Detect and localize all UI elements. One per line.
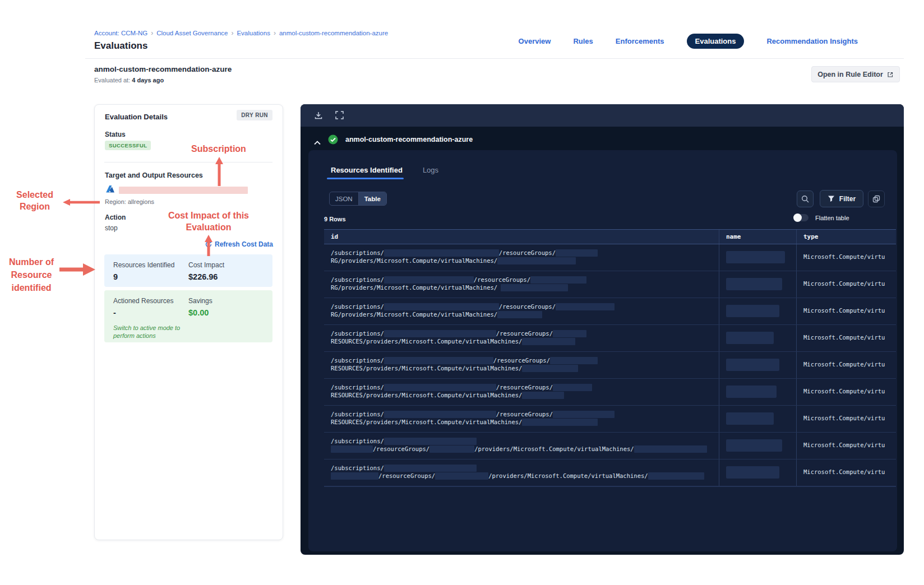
table-row[interactable]: /subscriptions//resourceGroups/RG/provid… — [324, 271, 896, 298]
table-row[interactable]: /subscriptions//resourceGroups//provider… — [324, 459, 896, 486]
refresh-cost-data-label: Refresh Cost Data — [215, 240, 273, 248]
cell-type: Microsoft.Compute/virtu — [797, 352, 896, 378]
card-divider — [104, 162, 272, 162]
id-text: /resourceGroups/ — [499, 303, 556, 310]
cell-type: Microsoft.Compute/virtu — [797, 271, 896, 298]
tab-resources-identified[interactable]: Resources Identified — [331, 166, 403, 174]
view-toggle-json[interactable]: JSON — [330, 192, 359, 205]
open-rule-editor-button[interactable]: Open in Rule Editor — [811, 66, 900, 82]
cell-id: /subscriptions//resourceGroups//provider… — [324, 459, 719, 486]
azure-icon — [105, 187, 116, 196]
table-row[interactable]: /subscriptions//resourceGroups/RESOURCES… — [324, 379, 896, 406]
breadcrumb-item[interactable]: anmol-custom-recommendation-azure — [279, 30, 388, 36]
id-text: /subscriptions/ — [331, 357, 384, 364]
savings-label: Savings — [188, 297, 212, 305]
actioned-resources-label: Actioned Resources — [113, 297, 173, 305]
copy-icon — [872, 195, 880, 203]
id-text: /subscriptions/ — [331, 330, 384, 337]
resources-identified-value: 9 — [113, 272, 118, 281]
id-text: /resourceGroups/ — [496, 411, 553, 417]
redacted-block — [553, 330, 586, 337]
cost-impact-arrow — [204, 235, 213, 256]
type-value: Microsoft.Compute/virtu — [803, 334, 889, 341]
table-row[interactable]: /subscriptions//resourceGroups/RESOURCES… — [324, 325, 896, 352]
evaluation-details-card: Evaluation Details DRY RUN Status SUCCES… — [94, 104, 283, 540]
type-value: Microsoft.Compute/virtu — [803, 415, 889, 421]
cell-type: Microsoft.Compute/virtu — [797, 325, 896, 351]
redacted-block — [384, 276, 474, 284]
evaluation-result-header[interactable]: anmol-custom-recommendation-azure — [314, 134, 473, 145]
id-text: RESOURCES/providers/Microsoft.Compute/vi… — [331, 392, 522, 398]
cell-name — [719, 244, 797, 271]
card-title: Evaluation Details — [105, 113, 168, 121]
id-text: /resourceGroups/ — [499, 249, 556, 256]
dry-run-badge: DRY RUN — [237, 110, 272, 120]
tab-logs[interactable]: Logs — [423, 166, 438, 174]
evaluated-at-value: 4 days ago — [132, 77, 164, 83]
column-header-type[interactable]: type — [797, 230, 896, 244]
filter-button[interactable]: Filter — [820, 190, 863, 207]
id-text: RESOURCES/providers/Microsoft.Compute/vi… — [331, 338, 522, 345]
table-row[interactable]: /subscriptions//resourceGroups/RG/provid… — [324, 298, 896, 325]
result-title: anmol-custom-recommendation-azure — [345, 136, 473, 143]
cell-type: Microsoft.Compute/virtu — [797, 406, 896, 432]
annotation-cost-impact: Cost Impact of this Evaluation — [155, 210, 262, 233]
toggle-knob — [793, 213, 802, 222]
redacted-block — [530, 276, 586, 284]
breadcrumb-item[interactable]: Cloud Asset Governance — [156, 30, 228, 36]
redacted-name-block — [726, 439, 782, 452]
redacted-name-block — [726, 359, 779, 371]
refresh-cost-data-link[interactable]: Refresh Cost Data — [205, 240, 273, 248]
results-toolbar — [301, 104, 904, 127]
flatten-table-control: Flatten table — [793, 214, 849, 221]
nav-tab-evaluations[interactable]: Evaluations — [687, 34, 745, 49]
breadcrumb-item[interactable]: Evaluations — [237, 30, 270, 36]
download-icon[interactable] — [314, 111, 323, 120]
nav-tab-rules[interactable]: Rules — [573, 37, 593, 45]
search-icon — [801, 195, 809, 203]
id-text: /providers/Microsoft.Compute/virtualMach… — [488, 472, 648, 479]
nav-tab-recommendation-insights[interactable]: Recommendation Insights — [766, 37, 858, 45]
table-row[interactable]: /subscriptions//resourceGroups//provider… — [324, 433, 896, 459]
redacted-block — [435, 472, 488, 480]
redacted-block — [501, 284, 568, 291]
redacted-name-block — [726, 332, 774, 344]
flatten-table-toggle[interactable] — [793, 214, 808, 221]
resource-id-line: RESOURCES/providers/Microsoft.Compute/vi… — [331, 418, 712, 426]
type-value: Microsoft.Compute/virtu — [803, 468, 889, 475]
resource-id-line: RG/providers/Microsoft.Compute/virtualMa… — [331, 284, 712, 291]
evaluated-at-label: Evaluated at: — [94, 77, 130, 83]
view-toggle-table[interactable]: Table — [359, 192, 386, 205]
id-text: /subscriptions/ — [331, 303, 384, 310]
nav-tab-overview[interactable]: Overview — [519, 37, 551, 45]
redacted-block — [384, 438, 477, 445]
type-value: Microsoft.Compute/virtu — [803, 388, 889, 394]
top-nav: OverviewRulesEnforcementsEvaluationsReco… — [535, 34, 858, 49]
column-header-name[interactable]: name — [719, 230, 797, 244]
table-row[interactable]: /subscriptions//resourceGroups/RESOURCES… — [324, 352, 896, 379]
results-inner-panel: Resources Identified Logs JSON Table Fil… — [308, 150, 897, 551]
cell-name — [719, 406, 797, 432]
breadcrumb-separator: › — [231, 29, 233, 37]
redacted-block — [634, 445, 707, 453]
search-button[interactable] — [797, 191, 814, 207]
action-label: Action — [105, 213, 126, 221]
status-badge: SUCCESSFUL — [105, 141, 151, 150]
id-text: /subscriptions/ — [331, 384, 384, 391]
resource-id-line: RESOURCES/providers/Microsoft.Compute/vi… — [331, 337, 712, 345]
chevron-up-icon[interactable] — [314, 137, 321, 142]
redacted-block — [648, 472, 704, 480]
redacted-block — [522, 365, 578, 372]
result-tabs: Resources Identified Logs — [331, 166, 438, 174]
fullscreen-icon[interactable] — [335, 111, 344, 120]
breadcrumb-item[interactable]: Account: CCM-NG — [94, 30, 147, 36]
cost-impact-label: Cost Impact — [188, 261, 224, 269]
column-header-id[interactable]: id — [324, 230, 719, 244]
nav-tab-enforcements[interactable]: Enforcements — [616, 37, 664, 45]
cell-type: Microsoft.Compute/virtu — [797, 433, 896, 459]
id-text: /subscriptions/ — [331, 276, 384, 283]
table-row[interactable]: /subscriptions//resourceGroups/RG/provid… — [324, 244, 896, 271]
table-row[interactable]: /subscriptions//resourceGroups/RESOURCES… — [324, 406, 896, 433]
resource-id-line: /subscriptions//resourceGroups/ — [331, 383, 712, 391]
copy-button[interactable] — [868, 191, 885, 207]
